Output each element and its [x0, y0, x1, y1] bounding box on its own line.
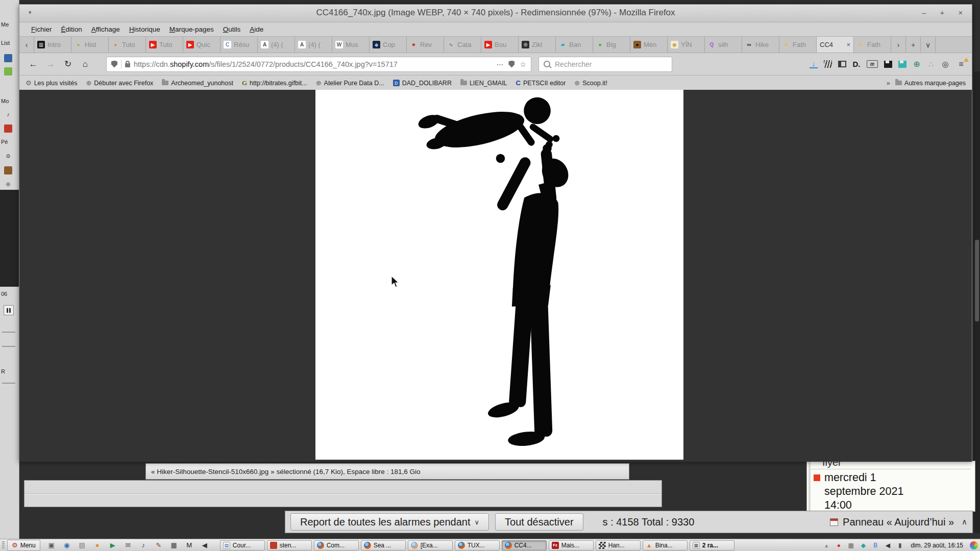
taskbar-grip[interactable] [2, 541, 5, 549]
tab-hist[interactable]: ●Hist [71, 37, 109, 53]
scroll-tabs-left-button[interactable]: ‹ [19, 37, 34, 53]
tab-mus[interactable]: WMus [332, 37, 370, 53]
search-bar[interactable] [538, 57, 672, 72]
taskbar-window-sten[interactable]: sten... [267, 540, 312, 550]
taskbar-window-com[interactable]: Com... [314, 540, 359, 550]
home-button[interactable]: ⌂ [77, 57, 94, 72]
music-icon[interactable]: ♪ [4, 110, 12, 118]
reload-button[interactable]: ↻ [59, 57, 77, 72]
tab-tuto[interactable]: ●Tuto [109, 37, 146, 53]
close-button[interactable]: × [955, 7, 966, 17]
launcher-icon[interactable]: ▦ [168, 540, 180, 550]
taskbar-window-2-ra[interactable]: ▦2 ra... [690, 540, 734, 550]
scrollbar[interactable] [808, 461, 811, 511]
launcher-icon[interactable]: ● [92, 540, 103, 550]
forward-button[interactable]: → [42, 57, 59, 72]
bookmark-archeomed-yunohost[interactable]: Archeomed_yunohost [162, 80, 233, 87]
tray-icon[interactable]: ▮ [896, 541, 904, 549]
titlebar[interactable]: ▾ CC4166_740x.jpg (Image WEBP, 740 × 740… [19, 5, 972, 22]
taskbar-clock[interactable]: dim. 29 août, 16:15 [911, 542, 963, 549]
launcher-icon[interactable]: ♪ [138, 540, 149, 550]
defer-alarms-button[interactable]: Report de toutes les alarmes pendant ∨ [290, 513, 489, 531]
tray-icon[interactable]: ◀ [884, 541, 892, 549]
new-tab-button[interactable]: + [906, 37, 921, 53]
launcher-icon[interactable]: ▶ [107, 540, 118, 550]
list-all-tabs-button[interactable]: ∨ [921, 37, 936, 53]
tab-m-n[interactable]: ●Mén [630, 37, 668, 53]
save-session-icon[interactable] [898, 61, 906, 68]
tab-4[interactable]: A(4) ( [258, 37, 295, 53]
menu-historique[interactable]: Historique [125, 26, 165, 33]
url-text[interactable]: https://cdn.shopify.com/s/files/1/2524/0… [134, 60, 493, 68]
menu-outils[interactable]: Outils [218, 26, 246, 33]
tab-cata[interactable]: ∿Cata [444, 37, 481, 53]
menu-dition[interactable]: Édition [57, 26, 87, 33]
taskbar-window-cour[interactable]: ▤Cour... [220, 540, 265, 550]
taskbar-window-exa[interactable]: [Exa... [408, 540, 453, 550]
globe-download-icon[interactable]: ⊕ [913, 60, 921, 68]
tab-cc4[interactable]: CC4× [817, 37, 854, 53]
tab-bou[interactable]: ▶Bou [481, 37, 519, 53]
taskbar-window-han[interactable]: Han... [596, 540, 641, 550]
tray-icon[interactable]: ▴ [822, 541, 830, 549]
launcher-icon[interactable]: ▤ [77, 540, 88, 550]
disable-all-button[interactable]: Tout désactiver [495, 513, 583, 531]
molecule-icon[interactable]: ∴ [927, 60, 935, 68]
url-bar[interactable]: https://cdn.shopify.com/s/files/1/2524/0… [106, 57, 531, 72]
gear-icon[interactable]: ⚙ [4, 152, 12, 160]
tray-icon[interactable]: ◆ [859, 541, 867, 549]
menu-fichier[interactable]: Fichier [27, 26, 57, 33]
app-icon[interactable] [4, 166, 12, 174]
taskbar-window-cc4[interactable]: CC4... [502, 540, 547, 550]
dictionary-icon[interactable]: D. [852, 60, 861, 68]
menu-marque-pages[interactable]: Marque-pages [165, 26, 218, 33]
sidebar-icon[interactable] [838, 61, 846, 67]
collapse-icon[interactable]: ∧ [962, 517, 967, 527]
bookmark-dad-dolibarr[interactable]: DDAD_DOLIBARR [393, 80, 452, 87]
bookmark-star-icon[interactable]: ☆ [520, 60, 526, 68]
launcher-icon[interactable]: ✎ [153, 540, 164, 550]
tab-cop[interactable]: ◆Cop [370, 37, 407, 53]
lock-icon[interactable] [125, 63, 130, 67]
viewed-image[interactable] [315, 90, 683, 460]
scroll-tabs-right-button[interactable]: › [891, 37, 906, 53]
tab-ban[interactable]: ▰Ban [556, 37, 593, 53]
tab-y-n[interactable]: ◉YĪN [668, 37, 705, 53]
launcher-icon[interactable]: ◉ [61, 540, 72, 550]
bookmark-les-plus-visit-s[interactable]: ⚙Les plus visités [26, 79, 77, 87]
tab-r-su[interactable]: CRésu [220, 37, 258, 53]
launcher-icon[interactable]: ◀ [199, 540, 210, 550]
menu-aide[interactable]: Aide [245, 26, 268, 33]
bookmark-http-bitrates-gifbit[interactable]: Ghttp://bitrates.gifbit... [242, 79, 307, 87]
launcher-icon[interactable]: ▣ [46, 540, 57, 550]
bookmark-atelier-pure-data-d[interactable]: ⊕Atelier Pure Data D... [316, 79, 384, 87]
app-icon[interactable] [4, 67, 12, 76]
webcam-icon[interactable]: ◎ [941, 60, 949, 68]
tab-intro[interactable]: ▥Intro [34, 37, 71, 53]
tab-rev[interactable]: ★Rev [407, 37, 444, 53]
tab-silh[interactable]: Qsilh [705, 37, 742, 53]
tab-4[interactable]: A(4) ( [295, 37, 332, 53]
bookmark-petscii-editor[interactable]: CPETSCII editor [516, 79, 566, 87]
launcher-icon[interactable]: ✉ [122, 540, 134, 550]
ae-translate-icon[interactable]: æ [867, 60, 878, 68]
bookmark-d-buter-avec-firefox[interactable]: ⊕Débuter avec Firefox [86, 79, 153, 87]
bookmark-scoop-it[interactable]: ⊕Scoop.it! [574, 79, 607, 87]
taskbar-window-bina[interactable]: ▲Bina... [643, 540, 688, 550]
tab-hike[interactable]: ∾Hike [742, 37, 779, 53]
search-input[interactable] [554, 60, 667, 69]
app-icon[interactable]: ◉ [4, 180, 12, 188]
taskbar-window-sea[interactable]: Sea ... [361, 540, 406, 550]
menu-affichage[interactable]: Affichage [87, 26, 125, 33]
app-icon[interactable] [4, 54, 12, 62]
tray-icon[interactable]: B [871, 541, 879, 549]
applications-menu-button[interactable]: ⚙ Menu [7, 540, 40, 551]
pause-button[interactable] [4, 305, 14, 315]
tray-icon[interactable]: ● [835, 541, 843, 549]
tracking-protection-icon[interactable] [111, 61, 117, 68]
download-icon[interactable]: ↓ [810, 60, 818, 68]
pocket-shield-icon[interactable] [508, 61, 514, 68]
tab-quic[interactable]: ▶Quic [183, 37, 220, 53]
tab-close-icon[interactable]: × [846, 41, 850, 48]
tab-big[interactable]: ●Big [593, 37, 630, 53]
